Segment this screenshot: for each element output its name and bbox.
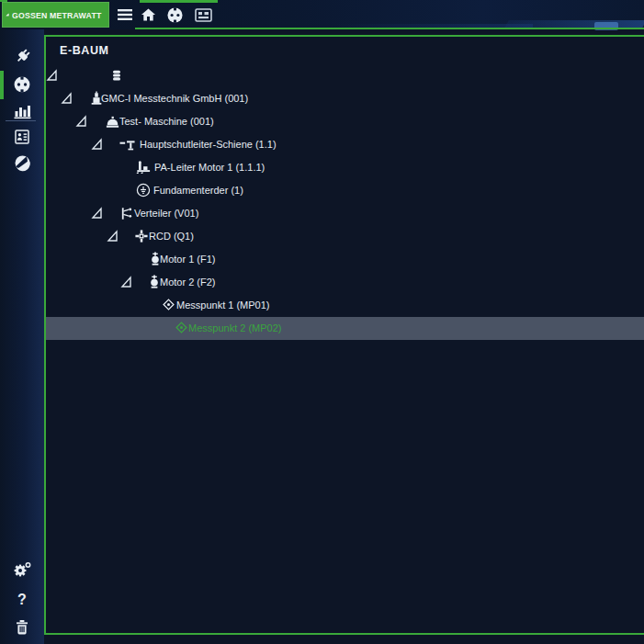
tree-row-busbar[interactable]: Hauptschutleiter-Schiene (1.1) [46,133,644,156]
tree-row-machine[interactable]: Test- Maschine (001) [46,110,644,133]
pa-leiter-icon [136,160,153,176]
tree-row-messpunkt2-selected[interactable]: Messpunkt 2 (MP02) [46,317,644,340]
logo-sail-icon [6,3,9,27]
tree-row-label: Messpunkt 2 (MP02) [188,322,281,333]
menu-icon[interactable] [114,0,136,29]
tree-row-label: RCD (Q1) [149,231,194,242]
panel-title: E-BAUM [60,44,109,57]
device-panel-icon[interactable] [191,0,215,29]
tree-row-label: GMC-I Messtechnik GmbH (001) [101,93,248,104]
settings-gear-icon[interactable] [0,559,44,580]
expander-triangle-icon[interactable] [91,207,104,220]
expander-triangle-icon[interactable] [61,92,73,105]
tree-row-rcd[interactable]: RCD (Q1) [46,225,644,248]
tree-row-label: PA-Leiter Motor 1 (1.1.1) [154,162,265,173]
busbar-icon [119,137,136,153]
home-icon[interactable] [138,0,158,29]
tree-row-label: Hauptschutleiter-Schiene (1.1) [140,139,277,150]
socket-icon[interactable] [164,0,186,29]
top-bar: GOSSEN METRAWATT [0,0,644,29]
tree-row-fundamenterder[interactable]: Fundamenterder (1) [46,179,644,202]
tree-row-label: Test- Maschine (001) [119,116,214,127]
expander-triangle-icon[interactable] [120,276,133,288]
globe-icon[interactable] [0,153,44,173]
expander-triangle-icon[interactable] [107,230,119,243]
tree-row-motor1[interactable]: Motor 1 (F1) [46,248,644,271]
report-icon[interactable] [0,127,44,147]
socket-icon[interactable] [0,74,44,95]
plug-icon[interactable] [0,46,44,66]
gossen-metrawatt-logo: GOSSEN METRAWATT [2,2,109,28]
sidebar: ? [0,29,44,644]
tree-row-pa-leiter[interactable]: PA-Leiter Motor 1 (1.1.1) [46,156,644,179]
tree-row-label: Messpunkt 1 (MP01) [176,299,269,311]
tree-row-messpunkt1[interactable]: Messpunkt 1 (MP01) [46,294,644,317]
tree-row-root[interactable] [46,64,644,87]
trash-icon[interactable] [0,617,44,638]
sidebar-divider [6,120,36,121]
database-icon [109,68,126,85]
topbar-green-underline [135,28,644,29]
tree-row-label: Fundamenterder (1) [153,185,243,196]
expander-triangle-icon[interactable] [75,115,88,128]
tree-row-company[interactable]: GMC-I Messtechnik GmbH (001) [46,87,644,110]
logo-text: GOSSEN METRAWATT [12,10,101,20]
e-baum-panel: E-BAUM [44,35,644,635]
tree-row-label: Motor 2 (F2) [160,277,216,288]
tree-row-label: Verteiler (V01) [134,208,198,219]
expander-triangle-icon[interactable] [46,69,59,82]
tree-row-verteiler[interactable]: Verteiler (V01) [46,202,644,225]
expander-triangle-icon[interactable] [91,138,104,151]
fundamenterder-icon [136,183,153,199]
bar-chart-icon[interactable] [0,101,44,121]
device-tree: GMC-I Messtechnik GmbH (001) Test- Masch… [46,64,644,340]
tree-row-motor2[interactable]: Motor 2 (F2) [46,271,644,294]
help-icon[interactable]: ? [0,590,44,610]
tree-row-label: Motor 1 (F1) [160,254,216,265]
